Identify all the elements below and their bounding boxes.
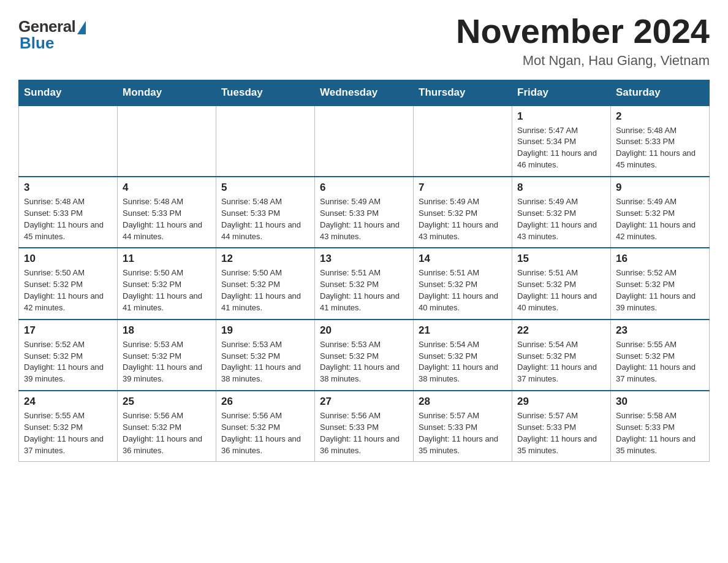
day-number: 9 [616,182,704,194]
calendar-day-cell: 14Sunrise: 5:51 AMSunset: 5:32 PMDayligh… [414,248,512,319]
day-info: Sunrise: 5:51 AMSunset: 5:32 PMDaylight:… [419,267,507,313]
calendar-day-cell: 1Sunrise: 5:47 AMSunset: 5:34 PMDaylight… [512,105,611,177]
calendar-day-cell: 22Sunrise: 5:54 AMSunset: 5:32 PMDayligh… [512,320,611,391]
day-number: 13 [320,253,408,265]
day-info: Sunrise: 5:55 AMSunset: 5:32 PMDaylight:… [24,410,112,456]
calendar-day-cell: 17Sunrise: 5:52 AMSunset: 5:32 PMDayligh… [19,320,118,391]
day-info: Sunrise: 5:56 AMSunset: 5:32 PMDaylight:… [221,410,309,456]
calendar-day-cell: 12Sunrise: 5:50 AMSunset: 5:32 PMDayligh… [216,248,315,319]
weekday-header-row: SundayMondayTuesdayWednesdayThursdayFrid… [19,80,710,105]
day-info: Sunrise: 5:53 AMSunset: 5:32 PMDaylight:… [221,339,309,385]
day-number: 16 [616,253,704,265]
calendar-week-3: 10Sunrise: 5:50 AMSunset: 5:32 PMDayligh… [19,248,710,319]
month-title: November 2024 [456,12,710,50]
page-header: General Blue November 2024 Mot Ngan, Hau… [18,12,710,69]
calendar-table: SundayMondayTuesdayWednesdayThursdayFrid… [18,80,710,462]
location-text: Mot Ngan, Hau Giang, Vietnam [456,53,710,69]
calendar-day-cell: 15Sunrise: 5:51 AMSunset: 5:32 PMDayligh… [512,248,611,319]
day-info: Sunrise: 5:58 AMSunset: 5:33 PMDaylight:… [616,410,704,456]
calendar-header: SundayMondayTuesdayWednesdayThursdayFrid… [19,80,710,105]
day-info: Sunrise: 5:55 AMSunset: 5:32 PMDaylight:… [616,339,704,385]
calendar-day-cell: 5Sunrise: 5:48 AMSunset: 5:33 PMDaylight… [216,177,315,248]
calendar-day-cell: 3Sunrise: 5:48 AMSunset: 5:33 PMDaylight… [19,177,118,248]
day-info: Sunrise: 5:50 AMSunset: 5:32 PMDaylight:… [24,267,112,313]
day-info: Sunrise: 5:54 AMSunset: 5:32 PMDaylight:… [419,339,507,385]
calendar-week-2: 3Sunrise: 5:48 AMSunset: 5:33 PMDaylight… [19,177,710,248]
day-number: 25 [123,396,211,408]
calendar-day-cell [315,105,414,177]
calendar-day-cell [216,105,315,177]
calendar-day-cell: 23Sunrise: 5:55 AMSunset: 5:32 PMDayligh… [611,320,710,391]
calendar-day-cell: 16Sunrise: 5:52 AMSunset: 5:32 PMDayligh… [611,248,710,319]
calendar-day-cell: 10Sunrise: 5:50 AMSunset: 5:32 PMDayligh… [19,248,118,319]
calendar-day-cell: 21Sunrise: 5:54 AMSunset: 5:32 PMDayligh… [414,320,512,391]
day-number: 10 [24,253,112,265]
day-number: 4 [123,182,211,194]
title-block: November 2024 Mot Ngan, Hau Giang, Vietn… [456,12,710,69]
calendar-day-cell [118,105,216,177]
day-info: Sunrise: 5:48 AMSunset: 5:33 PMDaylight:… [123,196,211,242]
weekday-header-tuesday: Tuesday [216,80,315,105]
day-number: 20 [320,324,408,337]
day-info: Sunrise: 5:52 AMSunset: 5:32 PMDaylight:… [24,339,112,385]
day-number: 19 [221,324,309,337]
day-info: Sunrise: 5:48 AMSunset: 5:33 PMDaylight:… [24,196,112,242]
calendar-day-cell: 25Sunrise: 5:56 AMSunset: 5:32 PMDayligh… [118,391,216,462]
calendar-week-4: 17Sunrise: 5:52 AMSunset: 5:32 PMDayligh… [19,320,710,391]
day-info: Sunrise: 5:51 AMSunset: 5:32 PMDaylight:… [320,267,408,313]
day-number: 28 [419,396,507,408]
day-info: Sunrise: 5:56 AMSunset: 5:32 PMDaylight:… [123,410,211,456]
day-number: 17 [24,324,112,337]
day-number: 7 [419,182,507,194]
calendar-day-cell: 30Sunrise: 5:58 AMSunset: 5:33 PMDayligh… [611,391,710,462]
calendar-day-cell: 28Sunrise: 5:57 AMSunset: 5:33 PMDayligh… [414,391,512,462]
day-info: Sunrise: 5:47 AMSunset: 5:34 PMDaylight:… [517,125,605,171]
calendar-day-cell: 8Sunrise: 5:49 AMSunset: 5:32 PMDaylight… [512,177,611,248]
calendar-week-1: 1Sunrise: 5:47 AMSunset: 5:34 PMDaylight… [19,105,710,177]
calendar-day-cell: 13Sunrise: 5:51 AMSunset: 5:32 PMDayligh… [315,248,414,319]
day-number: 1 [517,110,605,123]
calendar-day-cell: 29Sunrise: 5:57 AMSunset: 5:33 PMDayligh… [512,391,611,462]
day-number: 29 [517,396,605,408]
day-number: 18 [123,324,211,337]
day-info: Sunrise: 5:49 AMSunset: 5:32 PMDaylight:… [419,196,507,242]
day-number: 11 [123,253,211,265]
day-info: Sunrise: 5:48 AMSunset: 5:33 PMDaylight:… [616,125,704,171]
logo-blue-text: Blue [20,34,54,53]
calendar-day-cell: 4Sunrise: 5:48 AMSunset: 5:33 PMDaylight… [118,177,216,248]
calendar-day-cell: 19Sunrise: 5:53 AMSunset: 5:32 PMDayligh… [216,320,315,391]
day-info: Sunrise: 5:54 AMSunset: 5:32 PMDaylight:… [517,339,605,385]
day-number: 3 [24,182,112,194]
day-info: Sunrise: 5:50 AMSunset: 5:32 PMDaylight:… [221,267,309,313]
day-info: Sunrise: 5:49 AMSunset: 5:32 PMDaylight:… [517,196,605,242]
day-number: 27 [320,396,408,408]
day-info: Sunrise: 5:50 AMSunset: 5:32 PMDaylight:… [123,267,211,313]
day-info: Sunrise: 5:51 AMSunset: 5:32 PMDaylight:… [517,267,605,313]
calendar-day-cell [414,105,512,177]
calendar-day-cell: 20Sunrise: 5:53 AMSunset: 5:32 PMDayligh… [315,320,414,391]
day-number: 21 [419,324,507,337]
weekday-header-wednesday: Wednesday [315,80,414,105]
calendar-day-cell: 18Sunrise: 5:53 AMSunset: 5:32 PMDayligh… [118,320,216,391]
calendar-day-cell: 11Sunrise: 5:50 AMSunset: 5:32 PMDayligh… [118,248,216,319]
calendar-day-cell: 26Sunrise: 5:56 AMSunset: 5:32 PMDayligh… [216,391,315,462]
day-number: 2 [616,110,704,123]
calendar-day-cell [19,105,118,177]
day-info: Sunrise: 5:56 AMSunset: 5:33 PMDaylight:… [320,410,408,456]
calendar-body: 1Sunrise: 5:47 AMSunset: 5:34 PMDaylight… [19,105,710,462]
day-info: Sunrise: 5:57 AMSunset: 5:33 PMDaylight:… [419,410,507,456]
weekday-header-sunday: Sunday [19,80,118,105]
day-info: Sunrise: 5:57 AMSunset: 5:33 PMDaylight:… [517,410,605,456]
day-number: 22 [517,324,605,337]
weekday-header-monday: Monday [118,80,216,105]
calendar-day-cell: 7Sunrise: 5:49 AMSunset: 5:32 PMDaylight… [414,177,512,248]
weekday-header-thursday: Thursday [414,80,512,105]
weekday-header-saturday: Saturday [611,80,710,105]
calendar-day-cell: 27Sunrise: 5:56 AMSunset: 5:33 PMDayligh… [315,391,414,462]
day-number: 5 [221,182,309,194]
day-info: Sunrise: 5:48 AMSunset: 5:33 PMDaylight:… [221,196,309,242]
day-info: Sunrise: 5:49 AMSunset: 5:33 PMDaylight:… [320,196,408,242]
day-info: Sunrise: 5:49 AMSunset: 5:32 PMDaylight:… [616,196,704,242]
logo-triangle-icon [77,21,86,34]
calendar-day-cell: 2Sunrise: 5:48 AMSunset: 5:33 PMDaylight… [611,105,710,177]
